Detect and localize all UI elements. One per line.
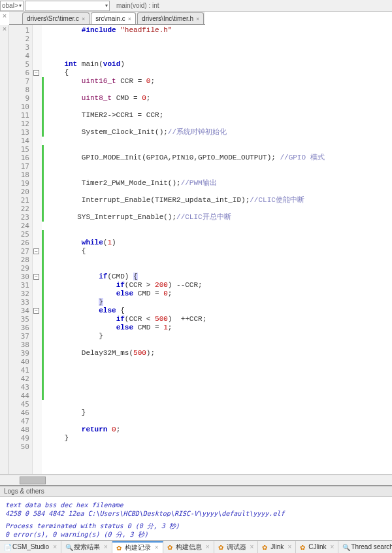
code-line (47, 145, 392, 154)
chevron-down-icon: ▾ (105, 3, 108, 8)
code-line (47, 383, 392, 392)
line-number: 46 (9, 409, 29, 417)
doc-icon: 📄 (4, 544, 10, 550)
tab-label: drivers\Src\timer.c (27, 15, 79, 22)
close-editor-button[interactable]: × (0, 25, 9, 33)
bottom-tab-label: Jlink (270, 543, 284, 550)
bottom-tab[interactable]: ✿构建记录× (112, 541, 163, 553)
gear-icon: ✿ (262, 544, 269, 550)
change-marker (42, 298, 44, 307)
change-marker (42, 162, 44, 171)
line-number: 30 (9, 273, 29, 281)
line-number: 10 (9, 103, 29, 111)
bottom-tab[interactable]: 🔍搜索结果× (61, 541, 112, 553)
line-number: 27 (9, 247, 29, 256)
fold-toggle-icon[interactable]: − (33, 70, 39, 76)
mag-icon: 🔍 (342, 544, 349, 550)
close-icon[interactable]: × (53, 543, 57, 550)
change-marker (42, 375, 44, 383)
bottom-tab-bar: 📄CSM_Studio×🔍搜索结果×✿构建记录×✿构建信息×✿调试器×✿Jlin… (0, 540, 392, 553)
editor-tab[interactable]: src\main.c× (91, 12, 136, 24)
code-line: int main(void) (47, 60, 392, 69)
code-line: while(1) (47, 239, 392, 247)
close-icon[interactable]: × (250, 543, 254, 550)
close-icon[interactable]: × (104, 543, 108, 550)
code-line: return 0; (47, 426, 392, 434)
tab-label: src\main.c (95, 15, 125, 22)
code-line: Interrupt_Enable(TIMER2_updata_int_ID);/… (47, 196, 392, 205)
line-number: 42 (9, 375, 29, 383)
line-number: 49 (9, 434, 29, 443)
change-marker (42, 205, 44, 213)
code-line: else CMD = 0; (47, 290, 392, 298)
line-number: 38 (9, 341, 29, 349)
code-line (47, 188, 392, 196)
bottom-tab[interactable]: ✿CJlink× (296, 541, 338, 553)
bottom-tab-label: CJlink (308, 543, 326, 550)
close-icon[interactable]: × (82, 16, 85, 22)
change-marker (42, 358, 44, 366)
scope-combo[interactable]: obal> ▾ (0, 1, 24, 11)
function-combo[interactable]: main(void) : int (115, 1, 392, 11)
line-number: 16 (9, 154, 29, 162)
change-marker (42, 332, 44, 341)
code-line: Delay32M_ms(500); (47, 349, 392, 358)
bottom-tab[interactable]: ✿调试器× (214, 541, 259, 553)
code-line: } (47, 434, 392, 443)
bottom-tab[interactable]: 📄CSM_Studio× (0, 541, 61, 553)
code-line: #include "headfile.h" (47, 26, 392, 35)
line-number: 45 (9, 400, 29, 409)
bottom-tab-label: CSM_Studio (12, 543, 49, 550)
line-number: 9 (9, 94, 29, 103)
horizontal-scrollbar[interactable] (0, 475, 392, 485)
code-line (47, 171, 392, 179)
bottom-tab[interactable]: 🔍Thread search× (338, 541, 392, 553)
fold-toggle-icon[interactable]: − (33, 248, 39, 254)
close-icon[interactable]: × (196, 16, 199, 22)
code-editor[interactable]: × 12345678910111213141516171819202122232… (0, 25, 392, 475)
change-marker (42, 264, 44, 273)
code-line (47, 137, 392, 145)
line-number: 22 (9, 205, 29, 213)
line-number: 11 (9, 111, 29, 120)
logs-body[interactable]: text data bss dec hex filename 4258 0 58… (0, 497, 392, 543)
change-marker (42, 324, 44, 332)
logs-header-row: text data bss dec hex filename (5, 501, 387, 509)
close-icon[interactable]: × (155, 544, 159, 551)
line-number: 15 (9, 145, 29, 154)
line-number: 7 (9, 77, 29, 86)
fold-toggle-icon[interactable]: − (33, 274, 39, 280)
line-number: 2 (9, 35, 29, 43)
line-number: 4 (9, 52, 29, 60)
change-marker (42, 145, 44, 154)
gear-icon: ✿ (116, 545, 123, 551)
close-icon[interactable]: × (330, 543, 334, 550)
bottom-tab[interactable]: ✿构建信息× (163, 541, 214, 553)
bottom-tab[interactable]: ✿Jlink× (258, 541, 296, 553)
code-line: { (47, 69, 392, 77)
code-line (47, 443, 392, 451)
code-text-area[interactable]: #include "headfile.h" int main(void) { u… (44, 25, 392, 474)
scrollbar-thumb[interactable] (20, 477, 46, 484)
close-icon[interactable]: × (206, 543, 210, 550)
change-marker (42, 111, 44, 120)
editor-tab[interactable]: drivers\Inc\timer.h× (137, 12, 204, 24)
change-marker (42, 247, 44, 256)
code-line: else CMD = 1; (47, 324, 392, 332)
close-panel-button[interactable]: × (0, 12, 9, 25)
close-icon[interactable]: × (287, 543, 291, 550)
editor-tab[interactable]: drivers\Src\timer.c× (22, 12, 90, 24)
change-marker (42, 154, 44, 162)
change-marker (42, 273, 44, 281)
close-icon[interactable]: × (128, 16, 131, 22)
line-number: 34 (9, 307, 29, 315)
scope-combo2[interactable]: ▾ (25, 1, 110, 11)
change-marker (42, 188, 44, 196)
code-line: { (47, 247, 392, 256)
code-line: else { (47, 307, 392, 315)
toolbar: obal> ▾ ▾ main(void) : int (0, 0, 392, 12)
bottom-tab-label: 调试器 (227, 543, 246, 552)
line-number: 28 (9, 256, 29, 264)
fold-toggle-icon[interactable]: − (33, 308, 39, 314)
line-number: 32 (9, 290, 29, 298)
